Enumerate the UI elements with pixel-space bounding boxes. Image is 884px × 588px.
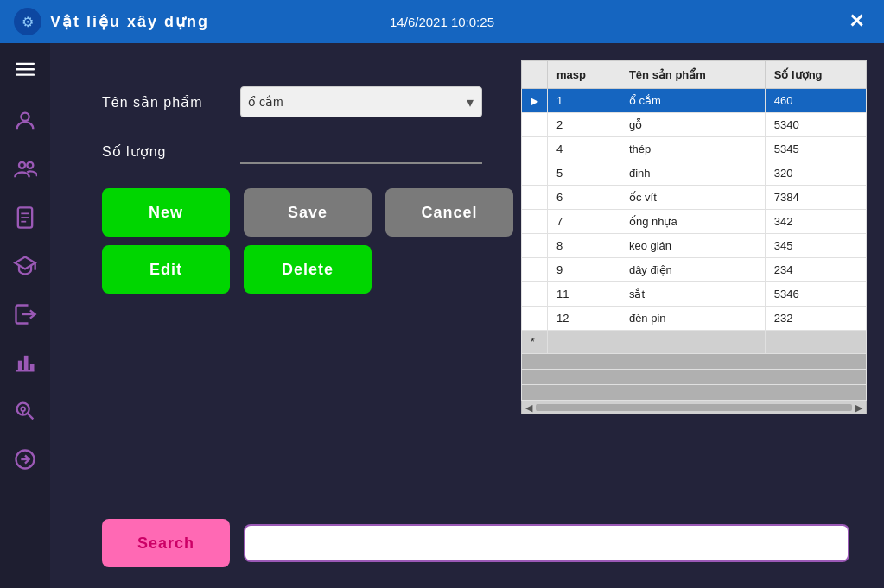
search-row: Search bbox=[102, 493, 849, 567]
table-row[interactable]: 7 ống nhựa 342 bbox=[522, 210, 867, 234]
cell-so-luong: 342 bbox=[765, 210, 866, 234]
sidebar bbox=[0, 43, 50, 588]
table-row[interactable]: 2 gỗ 5340 bbox=[522, 113, 867, 137]
row-indicator bbox=[522, 258, 548, 282]
cell-ten-san-pham: ổ cắm bbox=[620, 89, 765, 113]
footer-indicator: * bbox=[522, 331, 548, 354]
cell-ten-san-pham: dây điện bbox=[620, 258, 765, 282]
row-indicator bbox=[522, 282, 548, 307]
search-button[interactable]: Search bbox=[102, 519, 230, 567]
cell-ten-san-pham: đinh bbox=[620, 161, 765, 186]
table-row[interactable]: 9 dây điện 234 bbox=[522, 258, 867, 282]
sidebar-item-lock[interactable] bbox=[4, 390, 46, 432]
col-so-luong: Số lượng bbox=[765, 61, 866, 89]
table-row[interactable]: 8 keo gián 345 bbox=[522, 234, 867, 258]
new-button[interactable]: New bbox=[102, 188, 230, 237]
cell-so-luong: 5345 bbox=[765, 137, 866, 161]
table-empty-row bbox=[522, 385, 867, 401]
cell-ten-san-pham: ống nhựa bbox=[620, 210, 765, 234]
col-indicator bbox=[522, 61, 548, 89]
menu-button[interactable] bbox=[4, 52, 46, 86]
svg-point-5 bbox=[27, 162, 33, 168]
svg-rect-15 bbox=[24, 356, 29, 371]
edit-button[interactable]: Edit bbox=[102, 245, 230, 294]
table-row[interactable]: 4 thép 5345 bbox=[522, 137, 867, 161]
cell-so-luong: 320 bbox=[765, 161, 866, 186]
row-indicator bbox=[522, 137, 548, 161]
col-ten-san-pham: Tên sản phẩm bbox=[620, 61, 765, 89]
row-indicator bbox=[522, 210, 548, 234]
scroll-left-arrow[interactable]: ◀ bbox=[525, 402, 532, 414]
cancel-button[interactable]: Cancel bbox=[385, 188, 513, 237]
svg-rect-14 bbox=[18, 361, 22, 371]
table-empty-row bbox=[522, 370, 867, 385]
svg-rect-2 bbox=[16, 74, 35, 76]
app-icon: ⚙ bbox=[14, 8, 41, 35]
table-row[interactable]: ▶ 1 ổ cắm 460 bbox=[522, 89, 867, 113]
cell-masp: 2 bbox=[548, 113, 620, 137]
content-area: Tên sản phẩm ổ cắm gỗ thép đinh ốc vít ố… bbox=[50, 43, 884, 588]
sidebar-item-user[interactable] bbox=[4, 100, 46, 142]
table-empty-row bbox=[522, 354, 867, 370]
cell-so-luong: 232 bbox=[765, 307, 866, 331]
cell-masp: 6 bbox=[548, 186, 620, 210]
sidebar-item-document[interactable] bbox=[4, 197, 46, 238]
title-bar: ⚙ Vật liệu xây dựng 14/6/2021 10:0:25 ✕ bbox=[0, 0, 884, 43]
cell-masp: 7 bbox=[548, 210, 620, 234]
table-row[interactable]: 11 sắt 5346 bbox=[522, 282, 867, 307]
sidebar-item-exit[interactable] bbox=[4, 294, 46, 335]
table-header: masp Tên sản phẩm Số lượng bbox=[522, 61, 867, 89]
datetime: 14/6/2021 10:0:25 bbox=[390, 15, 494, 29]
table-section: masp Tên sản phẩm Số lượng ▶ 1 ổ cắm 460… bbox=[521, 60, 867, 414]
row-indicator bbox=[522, 307, 548, 331]
ten-san-pham-select[interactable]: ổ cắm gỗ thép đinh ốc vít ống nhựa keo g… bbox=[240, 86, 482, 117]
table-row[interactable]: 6 ốc vít 7384 bbox=[522, 186, 867, 210]
row-indicator: ▶ bbox=[522, 89, 548, 113]
ten-san-pham-select-wrapper: ổ cắm gỗ thép đinh ốc vít ống nhựa keo g… bbox=[240, 86, 482, 117]
ten-san-pham-label: Tên sản phẩm bbox=[102, 94, 223, 111]
table-row[interactable]: 5 đinh 320 bbox=[522, 161, 867, 186]
cell-ten-san-pham: ốc vít bbox=[620, 186, 765, 210]
svg-rect-16 bbox=[30, 364, 35, 370]
sidebar-item-arrow[interactable] bbox=[4, 439, 46, 480]
svg-point-4 bbox=[19, 162, 25, 168]
table-row[interactable]: 12 đèn pin 232 bbox=[522, 307, 867, 331]
so-luong-input[interactable] bbox=[240, 138, 482, 164]
cell-ten-san-pham: đèn pin bbox=[620, 307, 765, 331]
cell-so-luong: 345 bbox=[765, 234, 866, 258]
svg-point-19 bbox=[21, 407, 25, 411]
svg-line-18 bbox=[28, 414, 33, 419]
data-table: masp Tên sản phẩm Số lượng ▶ 1 ổ cắm 460… bbox=[521, 60, 867, 401]
cell-so-luong: 5340 bbox=[765, 113, 866, 137]
cell-masp: 9 bbox=[548, 258, 620, 282]
svg-rect-0 bbox=[16, 63, 35, 65]
row-indicator bbox=[522, 113, 548, 137]
col-masp: masp bbox=[548, 61, 620, 89]
cell-masp: 12 bbox=[548, 307, 620, 331]
cell-so-luong: 460 bbox=[765, 89, 866, 113]
search-input[interactable] bbox=[244, 524, 849, 562]
sidebar-item-group[interactable] bbox=[4, 149, 46, 190]
sidebar-item-chart[interactable] bbox=[4, 342, 46, 383]
save-button[interactable]: Save bbox=[244, 188, 372, 237]
delete-button[interactable]: Delete bbox=[244, 245, 372, 294]
main-layout: Tên sản phẩm ổ cắm gỗ thép đinh ốc vít ố… bbox=[0, 43, 884, 588]
scroll-thumb[interactable] bbox=[536, 404, 852, 411]
cell-ten-san-pham: keo gián bbox=[620, 234, 765, 258]
cell-masp: 5 bbox=[548, 161, 620, 186]
sidebar-item-hat[interactable] bbox=[4, 245, 46, 287]
svg-point-3 bbox=[21, 113, 29, 121]
table-body: ▶ 1 ổ cắm 460 2 gỗ 5340 4 thép 5345 5 đi… bbox=[522, 89, 867, 401]
cell-so-luong: 5346 bbox=[765, 282, 866, 307]
table-scrollbar[interactable]: ◀ ▶ bbox=[521, 401, 867, 414]
table-footer-row: * bbox=[522, 331, 867, 354]
cell-ten-san-pham: gỗ bbox=[620, 113, 765, 137]
cell-ten-san-pham: sắt bbox=[620, 282, 765, 307]
row-indicator bbox=[522, 161, 548, 186]
row-indicator bbox=[522, 234, 548, 258]
cell-masp: 11 bbox=[548, 282, 620, 307]
row-indicator bbox=[522, 186, 548, 210]
close-button[interactable]: ✕ bbox=[843, 8, 870, 35]
cell-so-luong: 234 bbox=[765, 258, 866, 282]
scroll-right-arrow[interactable]: ▶ bbox=[855, 402, 862, 414]
